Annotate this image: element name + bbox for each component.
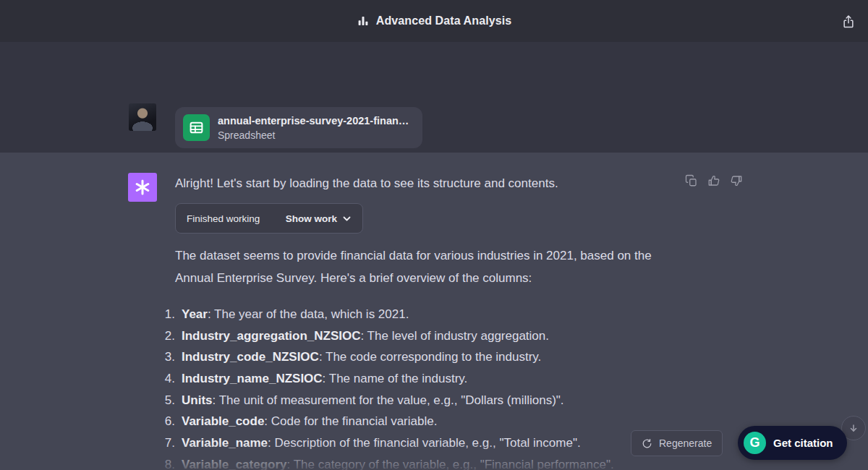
regenerate-button[interactable]: Regenerate	[631, 430, 723, 456]
regenerate-icon	[642, 438, 652, 449]
column-name: Year	[182, 307, 208, 321]
list-item: 6. Variable_code: Code for the financial…	[156, 411, 614, 432]
column-name: Variable_name	[182, 436, 268, 450]
list-item: 2. Industry_aggregation_NZSIOC: The leve…	[156, 325, 614, 347]
list-item: 8. Variable_category: The category of th…	[156, 454, 614, 470]
chevron-down-icon	[342, 214, 352, 223]
message-actions	[685, 174, 743, 187]
list-number: 5.	[156, 393, 175, 408]
thumbs-up-button[interactable]	[707, 174, 720, 187]
finished-working-panel[interactable]: Finished working Show work	[175, 203, 363, 234]
copy-button[interactable]	[685, 174, 698, 187]
thumbs-down-icon	[730, 174, 743, 187]
list-item: 1. Year: The year of the data, which is …	[156, 304, 614, 325]
file-name: annual-enterprise-survey-2021-financi…	[218, 115, 412, 127]
list-item: 7. Variable_name: Description of the fin…	[156, 432, 614, 454]
thumbs-down-button[interactable]	[730, 174, 743, 187]
list-number: 6.	[156, 414, 175, 429]
get-citation-label: Get citation	[773, 437, 833, 449]
column-desc: : The name of the industry.	[323, 372, 468, 385]
column-name: Variable_category	[182, 458, 287, 470]
user-avatar	[129, 103, 156, 131]
show-work-label: Show work	[286, 213, 337, 224]
column-desc: : Code for the financial variable.	[264, 414, 437, 428]
list-number: 7.	[156, 436, 175, 450]
assistant-message: Alright! Let's start by loading the data…	[0, 153, 868, 470]
column-desc: : The level of industry aggregation.	[360, 329, 549, 343]
list-number: 4.	[156, 372, 175, 386]
list-item: 4. Industry_name_NZSIOC: The name of the…	[156, 368, 614, 390]
list-number: 3.	[156, 350, 175, 364]
get-citation-button[interactable]: G Get citation	[738, 426, 847, 460]
list-number: 2.	[156, 329, 175, 343]
openai-logo-icon	[134, 179, 151, 196]
show-work-toggle[interactable]: Show work	[286, 213, 352, 224]
list-number: 8.	[156, 458, 175, 470]
user-message: annual-enterprise-survey-2021-financi… S…	[0, 42, 868, 153]
copy-icon	[685, 174, 698, 187]
status-label: Finished working	[187, 213, 260, 224]
column-desc: : The unit of measurement for the value,…	[213, 393, 564, 407]
column-desc: : The year of the data, which is 2021.	[208, 307, 409, 321]
file-type-label: Spreadsheet	[218, 129, 412, 141]
page-title: Advanced Data Analysis	[376, 14, 511, 27]
column-name: Units	[182, 393, 213, 407]
list-number: 1.	[156, 307, 175, 322]
assistant-intro-text: Alright! Let's start by loading the data…	[175, 176, 558, 191]
spreadsheet-icon	[183, 114, 210, 141]
column-desc: : The category of the variable, e.g., "F…	[287, 458, 614, 470]
file-attachment-card[interactable]: annual-enterprise-survey-2021-financi… S…	[175, 107, 422, 148]
regenerate-label: Regenerate	[659, 437, 712, 449]
chatgpt-window: Advanced Data Analysis a	[0, 0, 868, 470]
file-meta: annual-enterprise-survey-2021-financi… S…	[218, 115, 412, 141]
down-arrow-icon	[848, 423, 859, 433]
share-icon	[841, 14, 856, 29]
list-item: 5. Units: The unit of measurement for th…	[156, 390, 614, 411]
overview-paragraph: The dataset seems to provide financial d…	[175, 244, 661, 289]
share-button[interactable]	[839, 12, 858, 31]
column-list: 1. Year: The year of the data, which is …	[156, 304, 614, 470]
column-name: Industry_aggregation_NZSIOC	[182, 329, 360, 343]
column-desc: : Description of the financial variable,…	[268, 436, 581, 450]
column-desc: : The code corresponding to the industry…	[319, 350, 541, 364]
column-name: Industry_name_NZSIOC	[182, 372, 323, 385]
list-item: 3. Industry_code_NZSIOC: The code corres…	[156, 346, 614, 368]
top-bar: Advanced Data Analysis	[0, 0, 868, 42]
data-analysis-icon	[357, 14, 370, 27]
grammarly-logo-icon: G	[744, 432, 766, 454]
assistant-avatar	[128, 173, 157, 202]
column-name: Variable_code	[182, 414, 264, 428]
column-name: Industry_code_NZSIOC	[182, 350, 319, 364]
thumbs-up-icon	[707, 174, 720, 187]
